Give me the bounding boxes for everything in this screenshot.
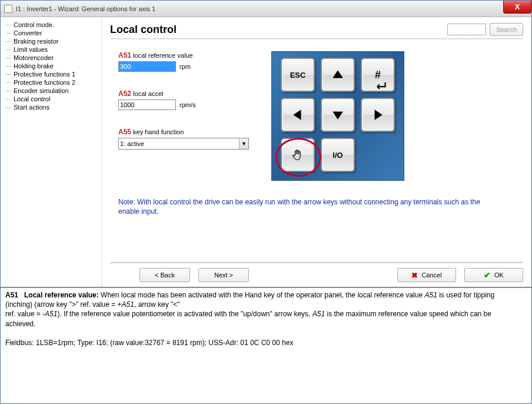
help-fieldbus: Fieldbus: 1LSB=1rpm; Type: I16; (raw val… [5, 339, 293, 347]
page-title: Local control [110, 24, 177, 36]
svg-marker-3 [375, 110, 383, 120]
tree-item-motorencoder[interactable]: Motorencoder [6, 54, 99, 62]
search-button[interactable]: Search [490, 23, 523, 36]
cancel-button[interactable]: ✖ Cancel [397, 268, 456, 282]
a52-unit: rpm/s [179, 101, 196, 108]
key-right[interactable] [361, 98, 395, 132]
arrow-up-icon [331, 68, 344, 81]
tree-item-control-mode[interactable]: Control mode. [6, 21, 99, 29]
a51-code: A51 [118, 51, 131, 59]
a55-combo[interactable] [118, 138, 249, 150]
svg-marker-0 [332, 70, 343, 78]
arrow-left-icon [291, 108, 304, 121]
key-io-label: I/O [332, 151, 343, 160]
ok-button[interactable]: ✔ OK [464, 268, 523, 282]
a52-desc: local accel [133, 90, 163, 97]
back-button[interactable]: < Back [139, 268, 190, 282]
svg-marker-1 [293, 110, 301, 120]
keypad-panel: ESC # [271, 51, 404, 181]
tree-item-local-control[interactable]: Local control [6, 95, 99, 103]
a55-desc: key hand function [133, 128, 184, 135]
hand-icon [291, 148, 304, 161]
wizard-tree: Control mode. Converter Braking resistor… [1, 17, 102, 287]
key-left[interactable] [281, 98, 315, 132]
divider [110, 38, 523, 39]
tree-item-holding-brake[interactable]: Holding brake [6, 62, 99, 70]
a52-input[interactable] [118, 100, 176, 110]
svg-marker-2 [332, 112, 343, 120]
tree-item-protective-1[interactable]: Protective functions 1 [6, 70, 99, 78]
window-title: I1 : Inverter1 - Wizard: General options… [16, 5, 155, 12]
help-pane[interactable]: A51 Local reference value: When local mo… [1, 288, 531, 403]
param-a52: A52 local accel rpm/s [118, 90, 255, 110]
tree-item-limit-values[interactable]: Limit values [6, 45, 99, 54]
note-text: Note: With local control the drive can b… [110, 197, 523, 216]
tree-item-converter[interactable]: Converter [6, 29, 99, 37]
arrow-right-icon [371, 108, 384, 121]
arrow-down-icon [331, 108, 344, 121]
search-input[interactable] [447, 24, 486, 35]
key-hand[interactable] [281, 138, 315, 172]
tree-item-encoder-simulation[interactable]: Encoder simulation [6, 87, 99, 95]
cancel-icon: ✖ [411, 271, 418, 280]
ok-label: OK [494, 271, 504, 279]
a51-desc: local reference value [133, 52, 193, 59]
key-down[interactable] [321, 98, 355, 132]
key-hash[interactable]: # [361, 58, 395, 92]
key-esc-label: ESC [290, 71, 306, 80]
next-button[interactable]: Next > [198, 268, 249, 282]
enter-icon [374, 80, 387, 92]
close-icon: X [515, 2, 520, 11]
key-hash-label: # [375, 69, 381, 81]
tree-item-braking-resistor[interactable]: Braking resistor [6, 37, 99, 45]
a51-unit: rpm [179, 63, 191, 70]
tree-item-start-actions[interactable]: Start actions [6, 103, 99, 111]
cancel-label: Cancel [421, 271, 441, 279]
a52-code: A52 [118, 90, 131, 98]
key-up[interactable] [321, 58, 355, 92]
param-a51: A51 local reference value rpm [118, 51, 255, 72]
tree-item-protective-2[interactable]: Protective functions 2 [6, 78, 99, 87]
a55-code: A55 [118, 128, 131, 136]
help-code: A51 [5, 291, 18, 299]
key-esc[interactable]: ESC [281, 58, 315, 92]
key-io[interactable]: I/O [321, 138, 355, 172]
param-a55: A55 key hand function ▼ [118, 128, 255, 150]
titlebar: I1 : Inverter1 - Wizard: General options… [1, 1, 531, 17]
ok-icon: ✔ [484, 270, 491, 280]
close-button[interactable]: X [503, 1, 531, 14]
a51-input[interactable] [118, 61, 176, 72]
help-title: Local reference value: [24, 291, 99, 299]
app-icon [4, 5, 12, 13]
